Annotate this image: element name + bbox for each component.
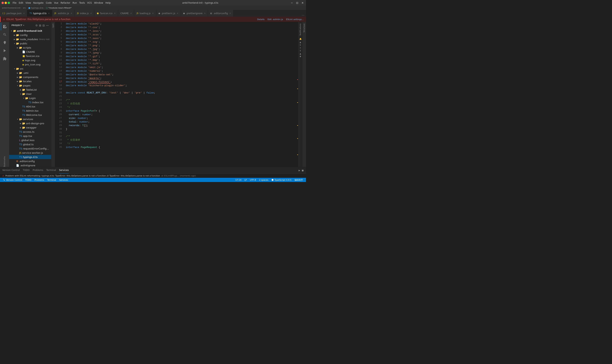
status-codefather[interactable]: 编辑助手 — [293, 178, 305, 182]
activity-git[interactable] — [1, 39, 8, 46]
sidebar-action-expand[interactable]: ⊞ — [39, 24, 41, 27]
tab-close-loading-js[interactable]: ✕ — [152, 12, 154, 14]
status-todo[interactable]: TODO — [24, 178, 33, 182]
status-problems[interactable]: Problems — [33, 178, 46, 182]
status-git-branch[interactable]: Version Control — [1, 178, 24, 182]
tree-item-src[interactable]: ▾ 📂 src — [9, 66, 51, 71]
menu-navigate[interactable]: Navigate — [33, 1, 44, 4]
tree-item-global-ts[interactable]: TS global.ts — [9, 142, 51, 146]
sidebar-action-collapse[interactable]: ⊟ — [42, 24, 45, 27]
tab-index-js[interactable]: JS index.js ✕ — [75, 10, 94, 17]
menu-tools[interactable]: Tools — [79, 1, 85, 4]
notification-arrow-down[interactable]: ▼ — [300, 55, 301, 58]
panel-tab-version-control[interactable]: Version Control — [2, 167, 20, 174]
tree-item-pages[interactable]: ▾ 📂 pages — [9, 83, 51, 88]
close-window-icon[interactable]: ✕ — [301, 1, 305, 5]
error-actions[interactable]: Details Edit .eslintrc.js ESLint setting… — [257, 18, 304, 21]
status-terminal[interactable]: Terminal — [46, 178, 58, 182]
minimize-button[interactable] — [5, 2, 7, 4]
tab-close-typings-ts[interactable]: ✕ — [48, 12, 50, 14]
tab-overflow-button[interactable]: ⋯ — [300, 13, 306, 17]
tree-item-admin[interactable]: TS Admin.tsx — [9, 109, 51, 113]
tree-item-user[interactable]: ▾ 📂 User — [9, 92, 51, 96]
tree-item-global-less[interactable]: L global.less — [9, 138, 51, 142]
tab-close-index-js[interactable]: ✕ — [90, 12, 92, 14]
panel-tab-problems[interactable]: Problems — [33, 167, 43, 174]
tab-close-editorconfig[interactable]: ✕ — [229, 12, 231, 14]
activity-search[interactable] — [1, 31, 8, 39]
tab-close-cname[interactable]: ✕ — [130, 12, 132, 14]
tree-item-404[interactable]: TS 404.tsx — [9, 104, 51, 109]
notification-bell-icon[interactable]: 🔔 — [299, 37, 302, 41]
tree-root[interactable]: ▾ 📁 antd-frontend-init — [9, 29, 51, 33]
tree-item-umi[interactable]: ▶ 📂 .umi — [9, 71, 51, 75]
menu-vcs[interactable]: VCS — [87, 1, 92, 4]
breadcrumb-root[interactable]: antd-frontend-init — [2, 7, 20, 9]
tree-item-login[interactable]: ▾ 📂 Login — [9, 96, 51, 100]
notification-arrow-up[interactable]: ▲ — [300, 52, 301, 55]
sidebar-action-gear[interactable]: ⋯ — [46, 24, 49, 27]
status-encoding[interactable]: UTF-8 — [248, 178, 258, 182]
activity-explorer[interactable] — [1, 23, 8, 30]
tree-item-scripts[interactable]: ▶ 📂 scripts — [9, 46, 51, 50]
tree-item-requestErrorConfig[interactable]: TS requestErrorConfig.ts — [9, 146, 51, 151]
tree-item-locales[interactable]: ▶ 📂 locales — [9, 79, 51, 83]
structure-label[interactable]: Structure — [303, 22, 306, 34]
menu-view[interactable]: View — [26, 1, 31, 4]
tab-close-prettierrc[interactable]: ✕ — [177, 12, 178, 14]
tree-item-node-modules[interactable]: ▶ 📂 node_modules library root — [9, 37, 51, 41]
tab-cname[interactable]: CNAME ✕ — [118, 10, 134, 17]
breadcrumb-file[interactable]: typings.d.ts — [31, 7, 44, 9]
tab-favicon-ico[interactable]: ⭐ favicon.ico ✕ — [94, 10, 118, 17]
error-action-edit-eslint[interactable]: Edit .eslintrc.js — [267, 18, 283, 21]
menu-window[interactable]: Window — [94, 1, 103, 4]
title-bar-actions[interactable]: ─ ⊡ ✕ — [290, 1, 305, 5]
menu-file[interactable]: File — [13, 1, 16, 4]
panel-tab-stop-icon[interactable]: ■ — [302, 169, 304, 172]
tree-item-service-worker[interactable]: JS service-worker.js — [9, 151, 51, 155]
notifications-label[interactable]: Notifications — [299, 22, 302, 37]
menu-help[interactable]: Help — [105, 1, 110, 4]
tree-item-swagger[interactable]: ▶ 📂 swagger — [9, 125, 51, 130]
breadcrumb-src[interactable]: src — [23, 7, 26, 9]
error-action-settings[interactable]: ESLint settings... — [286, 18, 304, 21]
window-controls[interactable] — [1, 2, 10, 4]
sidebar-action-settings[interactable]: ⚙ — [35, 24, 38, 27]
tab-close-favicon[interactable]: ✕ — [114, 12, 116, 14]
tree-item-favicon[interactable]: ⭐ favicon.ico — [9, 54, 51, 58]
code-content[interactable]: declare module 'slash2'; declare module … — [64, 22, 296, 167]
tab-close-package-json[interactable]: ✕ — [23, 12, 25, 14]
tree-item-typings-d-ts[interactable]: TS typings.d.ts — [9, 155, 51, 159]
activity-extensions[interactable] — [1, 55, 8, 63]
status-indent[interactable]: 2 spaces — [258, 178, 270, 182]
close-button[interactable] — [1, 2, 4, 4]
menu-refactor[interactable]: Refactor — [61, 1, 70, 4]
tab-loading-js[interactable]: JS loading.js ✕ — [134, 10, 156, 17]
tab-editorconfig[interactable]: ◧ .editorconfig ✕ — [208, 10, 233, 17]
menu-run[interactable]: Run — [72, 1, 77, 4]
panel-tab-terminal[interactable]: Terminal — [46, 167, 56, 174]
tree-item-public[interactable]: ▾ 📂 public — [9, 41, 51, 46]
menu-vue[interactable]: Vue — [54, 1, 58, 4]
tab-close-eslintrc-js[interactable]: ✕ — [71, 12, 72, 14]
sidebar-dropdown-icon[interactable]: ▾ — [23, 24, 24, 26]
tree-item-eslintignore[interactable]: 📄 .eslintignore — [9, 163, 51, 167]
tab-close-prettierignore[interactable]: ✕ — [204, 12, 206, 14]
maximize-button[interactable] — [8, 2, 10, 4]
menu-edit[interactable]: Edit — [19, 1, 23, 4]
menu-code[interactable]: Code — [46, 1, 52, 4]
tab-typings-ts[interactable]: TS typings.d.ts ✕ — [27, 10, 52, 17]
tree-item-logo-svg[interactable]: ◈ logo.svg — [9, 58, 51, 62]
tab-prettierignore[interactable]: ● .prettierignore ✕ — [181, 10, 208, 17]
status-services[interactable]: Services — [58, 178, 69, 182]
status-language[interactable]: TypeScript 4.9.5 — [270, 178, 293, 182]
tree-item-services[interactable]: ▾ 📂 services — [9, 117, 51, 121]
restore-window-icon[interactable]: ⊡ — [295, 1, 299, 5]
panel-tab-todo[interactable]: TODO — [23, 167, 29, 174]
activity-debug[interactable] — [1, 47, 8, 54]
tree-item-tablelist[interactable]: ▶ 📂 TableList — [9, 88, 51, 92]
tree-item-index-tsx[interactable]: TS index.tsx — [9, 100, 51, 104]
status-position[interactable]: 17:14 — [234, 178, 243, 182]
tree-item-components[interactable]: ▶ 📂 components — [9, 75, 51, 79]
tree-item-config[interactable]: ▶ 📂 config — [9, 33, 51, 37]
